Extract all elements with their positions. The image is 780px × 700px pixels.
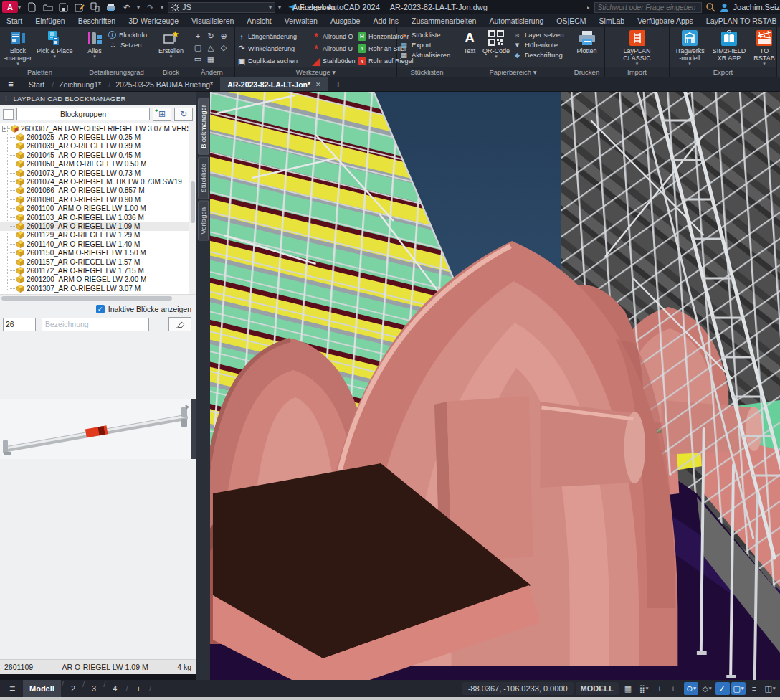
save-as-button[interactable] [74,2,85,13]
file-tab[interactable]: 2025-03-25 BAUMA Briefing* [108,77,220,91]
model-space-button[interactable]: MODELL [576,682,619,695]
to-rstab-button[interactable]: TO RSTAB▾ [751,28,778,67]
ortho-icon[interactable]: ∟▾ [668,682,682,695]
undo-chevron-icon[interactable]: ▾ [137,4,140,11]
polar-tracking-icon[interactable]: ⊙▾ [684,682,698,695]
lineweight-icon[interactable]: ≡▾ [747,682,761,695]
erstellen-button[interactable]: Erstellen▾ [156,28,187,67]
block-tree-item[interactable]: + 2601140_AR O-RIEGEL LW 1.40 M [0,240,196,248]
object-snap-tracking-icon[interactable]: ∠▾ [715,682,730,695]
layplan-classic-button[interactable]: LayPLAN CLASSIC▾ [607,28,667,67]
block-tree-item[interactable]: + 2601150_ARM O-RIEGEL LW 1.50 M [0,248,196,257]
clear-filter-button[interactable] [168,317,191,331]
block-tree-item[interactable]: + 2601100_ARM O-RIEGEL LW 1.00 M [0,204,196,213]
block-tree-item[interactable]: + 2601025_AR O-RIEGEL LW 0.25 M [0,133,196,141]
workspace-combo[interactable]: JS ▾ [168,2,275,13]
plot-button[interactable]: Plotten [571,28,603,67]
ribbon-tab[interactable]: LayPLAN TO RSTAB [700,14,780,27]
save-button[interactable] [58,2,69,13]
file-tab[interactable]: Zeichnung1* [52,77,108,91]
layout-menu-icon[interactable]: ≡ [3,683,22,694]
undo-button[interactable]: ↶ [121,2,132,13]
modify-tool-button[interactable]: ◇ [217,42,230,53]
bom-button[interactable]: ▦Aktualisieren [399,51,450,59]
ribbon-tab[interactable]: Beschriften [72,14,123,27]
modify-tool-button[interactable]: △ [204,42,217,53]
ribbon-tab[interactable]: Automatisierung [482,14,550,27]
palette-side-tab[interactable]: Blockmanager [198,98,209,155]
open-file-button[interactable] [42,2,53,13]
tool-button[interactable]: ↷ Winkeländerung [237,43,310,54]
block-tree-item[interactable]: + 2601157_AR O-RIEGEL LW 1.57 M [0,257,196,266]
expand-icon[interactable]: + [2,126,6,132]
ribbon-tab[interactable]: Zusammenarbeiten [405,14,482,27]
bom-button[interactable]: ▦Export [399,41,450,49]
modify-tool-button[interactable]: ⊕ [217,30,230,42]
print-button[interactable] [105,2,116,13]
modify-tool-button[interactable]: ▢ [191,42,204,53]
modify-tool-button[interactable]: ↻ [204,30,217,42]
tool-button[interactable]: H Horizontalrohr [358,31,401,42]
file-tab[interactable]: Start [22,77,52,91]
block-tree-item[interactable]: + 2601086_AR O-RIEGEL LW 0.857 M [0,186,196,195]
tool-button[interactable]: ↕ Längenänderung [237,31,310,42]
new-file-button[interactable] [27,2,37,13]
file-tab[interactable]: AR-2023-82-LA-LT-Jon*✕ [220,77,328,91]
tree-vscrollbar[interactable] [189,123,196,294]
app-menu-chevron-icon[interactable]: ▾ [18,4,21,11]
paper-tool-button[interactable]: ◆Beschriftung [513,51,563,59]
app-menu-button[interactable]: A [2,1,18,13]
model-viewport[interactable] [210,92,780,680]
article-filter-input[interactable] [3,318,36,331]
block-tree-item[interactable]: + 2601050_ARM O-RIEGEL LW 0.50 M [0,160,196,169]
redo-chevron-icon[interactable]: ▾ [161,4,163,11]
modify-tool-button[interactable]: + [191,30,204,42]
ribbon-tab[interactable]: OS|ECM [550,14,592,27]
user-name[interactable]: Joachim.Seiz [733,3,780,11]
block-tree-item[interactable]: + 2601103_AR O-RIEGEL LW 1.036 M [0,213,196,222]
tool-button[interactable]: * Allround U [312,43,356,54]
layout-tab[interactable]: Modell [23,680,61,697]
bom-button[interactable]: ≡Stückliste [399,31,450,39]
new-drawing-tab-button[interactable]: + [328,77,348,91]
ribbon-tab[interactable]: Ansicht [240,14,277,27]
block-tree-item[interactable]: + 2600307_AR U-WECHSELRIEGEL LW 3.07 M V… [0,124,196,133]
palette-header[interactable]: ⋮ LAYPLAN CAD BLOCKMANAGER [0,92,196,105]
select-all-checkbox[interactable] [3,109,14,120]
layout-tab[interactable]: 3 [85,680,103,697]
tool-button[interactable]: ◢ Stahlböden [312,56,356,67]
block-group-selector[interactable]: Blockgruppen [16,108,150,120]
ribbon-tab[interactable]: Add-ins [366,14,405,27]
block-tree-item[interactable]: + 2601045_AR O-RIEGEL LW 0.45 M [0,151,196,159]
tragwerksmodell-button[interactable]: Tragwerks -modell▾ [672,28,708,67]
paper-tool-button[interactable]: ▼Höhenkote [513,41,563,49]
tree-hscrollbar[interactable] [0,294,196,301]
name-filter-input[interactable] [42,318,149,331]
tool-button[interactable]: * Allround O [312,31,356,42]
grid-icon[interactable]: ▦▾ [621,682,635,695]
paper-tool-button[interactable]: ≈Layer setzen [513,31,563,39]
sim2field-button[interactable]: SIM2FIELD XR APP [709,28,749,67]
ribbon-tab[interactable]: Ausgabe [324,14,366,27]
search-expand-icon[interactable]: ▸ [587,4,590,11]
blockinfo-button[interactable]: iBlockInfo [108,31,147,39]
block-tree-item[interactable]: + 2601073_AR O-RIEGEL LW 0.73 M [0,169,196,177]
block-tree-item[interactable]: + 2601039_AR O-RIEGEL LW 0.39 M [0,142,196,151]
modify-tool-button[interactable]: ▭ [191,53,204,65]
redo-button[interactable]: ↷ [145,2,156,13]
tool-button[interactable]: ▣ Duplikate suchen [237,56,310,67]
block-tree-item[interactable]: + 2601307_AR O-RIEGEL LW 3.07 M [0,284,196,293]
close-tab-icon[interactable]: ✕ [315,81,321,88]
block-tree-item[interactable]: + 2601074_AR O-RIEGEL M. HK LW 0.73M SW1… [0,177,196,186]
block-tree-item[interactable]: + 2601129_AR O-RIEGEL LW 1.29 M [0,231,196,240]
block-tree-item[interactable]: + 2601172_AR O-RIEGEL LW 1.715 M [0,266,196,275]
qat-customize-icon[interactable]: ▾ [278,4,281,11]
ribbon-tab[interactable]: Verfügbare Apps [631,14,700,27]
ribbon-tab[interactable]: SimLab [593,14,632,27]
ribbon-tab[interactable]: Visualisieren [185,14,240,27]
palette-side-tab[interactable]: Vorlagen [198,201,209,241]
qr-code-button[interactable]: QR-Code▾ [481,28,511,67]
user-icon[interactable] [720,3,729,12]
isodraft-icon[interactable]: ◇▾ [700,682,714,695]
add-block-button[interactable]: +⊞ [153,108,171,121]
